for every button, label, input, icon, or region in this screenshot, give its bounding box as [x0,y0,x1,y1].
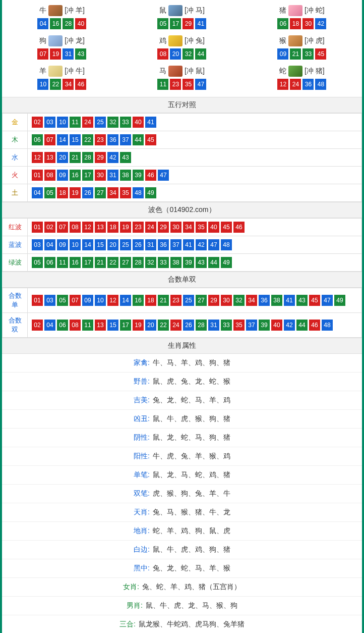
row-balls: 02031011242532334041 [28,114,362,131]
zodiac-title: 猴 [冲 虎] [242,35,362,46]
header-shuxing: 生肖属性 [2,338,362,354]
number-ball: 06 [44,257,55,268]
table-row: 金 02031011242532334041 [3,114,362,131]
number-ball: 49 [145,187,156,198]
zodiac-icon [168,35,183,46]
zodiac-clash: [冲 马] [185,6,205,15]
table-row: 合数单 010305070910121416182123252729303234… [3,288,362,313]
attr-row: 家禽:牛、马、羊、鸡、狗、猪 [2,354,362,373]
number-ball: 47 [195,79,206,90]
number-ball: 09 [57,170,68,181]
row-balls: 06071415222336374445 [28,131,362,149]
number-ball: 21 [158,295,169,306]
zodiac-clash: [冲 牛] [65,67,85,76]
zodiac-name: 蛇 [279,67,286,76]
number-ball: 37 [170,239,181,250]
number-ball: 31 [63,48,74,60]
number-ball: 34 [107,187,118,198]
row-label: 火 [3,167,28,184]
wuxing-table: 金 02031011242532334041 木 060714152223363… [2,113,362,202]
zodiac-icon [48,66,63,77]
zodiac-balls: 08203244 [122,48,242,60]
number-ball: 41 [145,117,156,128]
number-ball: 20 [107,239,118,250]
number-ball: 35 [196,222,207,233]
number-ball: 30 [95,170,106,181]
attr-label: 阴性: [134,433,150,441]
row-label: 绿波 [3,254,28,272]
number-ball: 03 [32,239,43,250]
zodiac-cell: 猴 [冲 虎] 09213345 [242,33,362,64]
attr-label: 家禽: [134,358,150,366]
zodiac-title: 蛇 [冲 猪] [242,66,362,77]
attr-row: 野兽:鼠、虎、兔、龙、蛇、猴 [2,373,362,391]
zodiac-title: 鼠 [冲 马] [122,5,242,16]
number-ball: 22 [82,134,93,145]
attr-row: 阳性:牛、虎、兔、羊、猴、鸡 [2,447,362,466]
number-ball: 23 [95,134,106,145]
number-ball: 44 [195,48,206,60]
number-ball: 08 [157,48,168,60]
number-ball: 10 [95,295,106,306]
number-ball: 29 [208,295,219,306]
number-ball: 07 [37,48,48,60]
zodiac-balls: 05172941 [122,18,242,29]
zodiac-balls: 04162840 [2,18,122,29]
zodiac-clash: [冲 蛇] [305,6,325,15]
number-ball: 07 [70,295,81,306]
zodiac-clash: [冲 鼠] [185,67,205,76]
number-ball: 38 [120,170,131,181]
number-ball: 42 [107,152,118,163]
number-ball: 10 [57,117,68,128]
attr-row: 吉美:兔、龙、蛇、马、羊、鸡 [2,391,362,410]
number-ball: 07 [57,222,68,233]
number-ball: 46 [75,79,86,90]
row-label: 金 [3,114,28,131]
attr-label: 野兽: [134,377,150,385]
number-ball: 02 [44,222,55,233]
attr-row: 黑中:兔、龙、蛇、马、羊、猴 [2,559,362,578]
zodiac-title: 羊 [冲 牛] [2,66,122,77]
number-ball: 33 [302,48,314,60]
number-ball: 42 [315,18,326,29]
number-ball: 04 [44,320,55,331]
number-ball: 44 [133,134,144,145]
number-ball: 36 [107,134,118,145]
zodiac-cell: 猪 [冲 蛇] 06183042 [242,3,362,33]
number-ball: 02 [32,320,43,331]
zodiac-clash: [冲 羊] [65,6,85,15]
zodiac-balls: 10223446 [2,79,122,90]
attr-row: 双笔:虎、猴、狗、兔、羊、牛 [2,485,362,503]
row-balls: 03040910141520252631363741424748 [28,236,362,254]
number-ball: 05 [157,18,168,29]
zodiac-balls: 07193143 [2,48,122,60]
number-ball: 16 [133,295,144,306]
number-ball: 08 [44,170,55,181]
zodiac-clash: [冲 龙] [65,36,85,45]
number-ball: 03 [44,295,55,306]
number-ball: 33 [221,320,232,331]
number-ball: 35 [120,187,131,198]
attr-value: 鼠、虎、兔、龙、蛇、猴 [153,377,230,385]
number-ball: 04 [44,239,55,250]
number-ball: 23 [170,295,181,306]
heshu-table: 合数单 010305070910121416182123252729303234… [2,288,362,338]
zodiac-icon [48,35,63,46]
number-ball: 19 [120,222,131,233]
number-ball: 44 [208,257,219,268]
table-row: 火 0108091617303138394647 [3,167,362,184]
zodiac-cell: 鼠 [冲 马] 05172941 [122,3,242,33]
attr-row: 天肖:兔、马、猴、猪、牛、龙 [2,503,362,522]
number-ball: 19 [50,48,61,60]
number-ball: 16 [70,170,81,181]
number-ball: 01 [32,295,43,306]
zodiac-icon [288,5,302,16]
number-ball: 16 [50,18,61,29]
number-ball: 29 [183,18,194,29]
number-ball: 22 [107,257,118,268]
number-ball: 20 [57,152,68,163]
number-ball: 31 [107,170,118,181]
row-label: 木 [3,131,28,149]
number-ball: 49 [334,295,345,306]
number-ball: 48 [322,320,333,331]
